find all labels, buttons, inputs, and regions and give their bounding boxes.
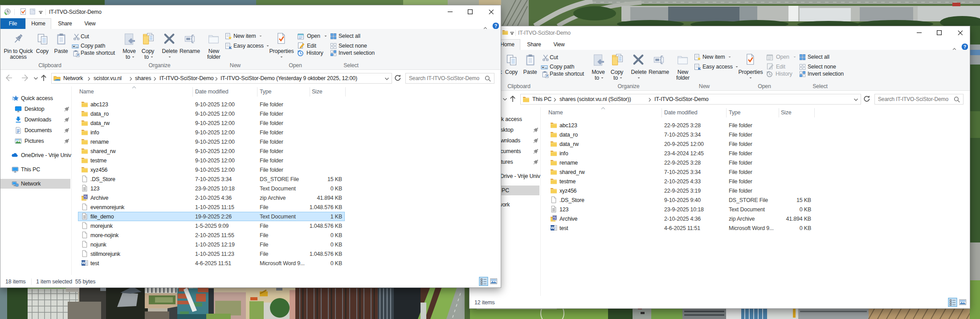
svg-text:W: W <box>551 226 555 230</box>
svg-text:?: ? <box>494 23 497 28</box>
svg-text:?: ? <box>964 44 966 49</box>
svg-text:Z: Z <box>85 195 87 199</box>
svg-text:W: W <box>82 261 86 265</box>
svg-text:Z: Z <box>554 216 556 220</box>
